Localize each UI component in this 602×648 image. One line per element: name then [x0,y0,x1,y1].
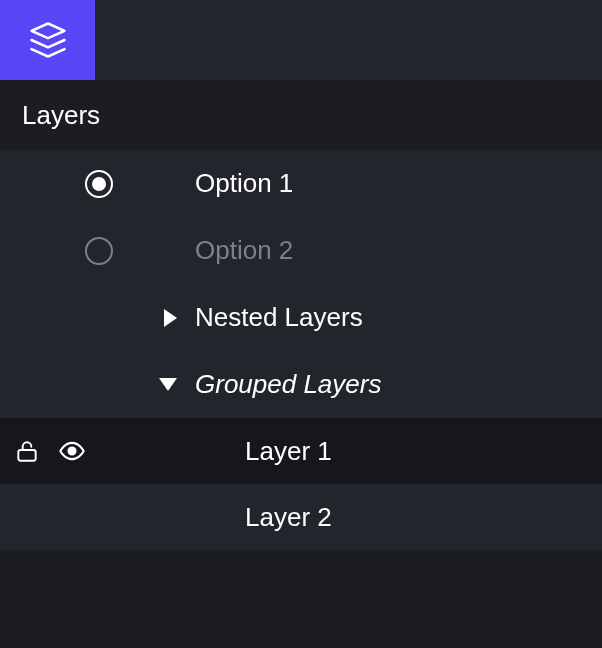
svg-rect-1 [18,450,35,461]
eye-icon[interactable] [58,437,86,465]
option-label: Option 2 [195,235,293,266]
chevron-down-icon [159,378,177,391]
option-label: Option 1 [195,168,293,199]
tab-bar [0,0,602,80]
radio-selected-icon [85,170,113,198]
layers-panel: Layers Option 1 Option 2 [0,0,602,648]
layer-label: Layer 1 [245,436,332,467]
layers-icon [26,18,70,62]
svg-point-2 [69,448,76,455]
group-nested-layers[interactable]: Nested Layers [0,284,602,351]
group-grouped-layers[interactable]: Grouped Layers [0,351,602,418]
radio-unselected-icon [85,237,113,265]
panel-title: Layers [0,80,602,150]
unlock-icon[interactable] [14,438,40,464]
layer-label: Layer 2 [245,502,332,533]
layer-row-2[interactable]: Layer 2 [0,484,602,550]
option-row-1[interactable]: Option 1 [0,150,602,217]
panel-title-text: Layers [22,100,100,131]
group-label: Grouped Layers [195,369,381,400]
layers-tab[interactable] [0,0,95,80]
chevron-right-icon [164,309,177,327]
svg-marker-0 [31,24,64,39]
layers-content: Option 1 Option 2 Nested Layers Grouped … [0,150,602,550]
layer-row-1[interactable]: Layer 1 [0,418,602,484]
group-label: Nested Layers [195,302,363,333]
option-row-2[interactable]: Option 2 [0,217,602,284]
